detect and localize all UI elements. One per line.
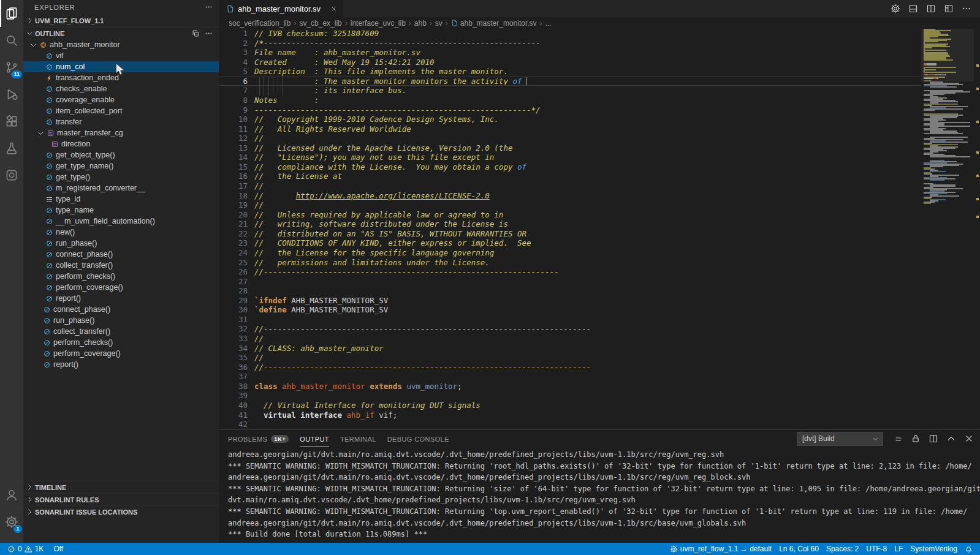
lines-icon[interactable] — [895, 435, 903, 443]
status-item-eol[interactable]: LF — [891, 543, 906, 555]
breadcrumb-item[interactable]: ahb — [414, 19, 427, 28]
activity-item-account[interactable] — [0, 481, 23, 508]
code-line-39[interactable]: 39 — [219, 391, 980, 401]
outline-item-coverage_enable[interactable]: coverage_enable — [23, 94, 219, 105]
outline-item-perform_coverage[interactable]: perform_coverage() — [23, 282, 219, 293]
code-line-19[interactable]: 19// — [219, 200, 980, 210]
panel-tab-problems[interactable]: PROBLEMS1K+ — [228, 430, 289, 447]
code-line-11[interactable]: 11// All Rights Reserved Worldwide — [219, 124, 980, 134]
tab-close-icon[interactable] — [330, 6, 337, 12]
code-line-14[interactable]: 14// "License"); you may not use this fi… — [219, 153, 980, 162]
breadcrumb-item[interactable]: soc_verification_lib — [229, 19, 291, 28]
lock-icon[interactable] — [911, 434, 921, 444]
minimap[interactable] — [921, 29, 980, 429]
outline-item-get_type[interactable]: get_type() — [23, 172, 219, 183]
code-line-28[interactable]: 28 — [219, 286, 980, 296]
code-line-24[interactable]: 24// the License for the specific langua… — [219, 248, 980, 258]
status-item-indentation[interactable]: Spaces: 2 — [822, 543, 862, 555]
output-content[interactable]: andreea.georgian/git/dvt.main/ro.amiq.dv… — [219, 447, 980, 543]
outline-item-master_transfer_cg[interactable]: master_transfer_cg — [23, 127, 219, 138]
more-icon[interactable] — [962, 4, 971, 13]
code-line-5[interactable]: 5Description : This file implements the … — [219, 67, 980, 77]
dvt-off-toggle[interactable]: Off — [47, 543, 67, 555]
breadcrumb-item[interactable]: sv_cb_ex_lib — [299, 19, 341, 28]
outline-item-connect_phase[interactable]: connect_phase() — [23, 304, 219, 315]
code-line-36[interactable]: 36//------------------------------------… — [219, 363, 980, 372]
code-line-23[interactable]: 23// CONDITIONS OF ANY KIND, either expr… — [219, 238, 980, 248]
code-line-22[interactable]: 22// distributed on an "AS IS" BASIS, WI… — [219, 229, 980, 239]
breadcrumb-item[interactable]: ahb_master_monitor.sv — [451, 19, 537, 28]
outline-section-header[interactable]: OUTLINE — [23, 27, 219, 39]
outline-item-report[interactable]: report() — [23, 359, 219, 370]
chevron-up-icon[interactable] — [946, 434, 956, 444]
outline-item-vif[interactable]: vif — [23, 50, 219, 61]
activity-item-source-control[interactable]: 11 — [0, 54, 23, 81]
code-line-27[interactable]: 27 — [219, 277, 980, 287]
code-line-10[interactable]: 10// Copyright 1999-2010 Cadence Design … — [219, 115, 980, 124]
code-editor[interactable]: 1// IVB checksum: 32518076092/*---------… — [219, 29, 980, 429]
code-line-1[interactable]: 1// IVB checksum: 3251807609 — [219, 29, 980, 39]
section-sonarlint-issue-locations[interactable]: SONARLINT ISSUE LOCATIONS — [23, 505, 219, 518]
outline-item-type_name[interactable]: type_name — [23, 205, 219, 216]
split-editor-icon[interactable] — [929, 434, 938, 444]
code-line-4[interactable]: 4Created : Wed May 19 15:42:21 2010 — [219, 58, 980, 67]
status-item-language-mode[interactable]: SystemVerilog — [906, 543, 961, 555]
outline-item-perform_checks[interactable]: perform_checks() — [23, 271, 219, 282]
outline-item-connect_phase[interactable]: connect_phase() — [23, 249, 219, 260]
code-line-2[interactable]: 2/*-------------------------------------… — [219, 39, 980, 48]
status-item-cursor-position[interactable]: Ln 6, Col 60 — [775, 543, 822, 555]
code-line-32[interactable]: 32//------------------------------------… — [219, 324, 980, 334]
outline-item-m_registered_converter__[interactable]: m_registered_converter__ — [23, 183, 219, 194]
outline-item-transaction_ended[interactable]: transaction_ended — [23, 72, 219, 83]
activity-item-verification[interactable] — [0, 162, 23, 189]
problems-status[interactable]: 0 1K — [4, 543, 47, 555]
code-line-31[interactable]: 31 — [219, 315, 980, 325]
toggle-panel-icon[interactable] — [908, 4, 918, 13]
code-line-9[interactable]: 9---------------------------------------… — [219, 105, 980, 115]
status-item-compile-config[interactable]: uvm_ref_flow_1.1 → default — [666, 543, 775, 555]
more-icon[interactable] — [205, 29, 213, 37]
code-line-12[interactable]: 12// — [219, 134, 980, 143]
code-line-33[interactable]: 33// — [219, 334, 980, 344]
activity-item-run-debug[interactable] — [0, 81, 23, 108]
code-line-7[interactable]: 7 : its interface bus. — [219, 86, 980, 96]
sidebar-more-actions-icon[interactable] — [205, 3, 213, 11]
outline-item-transfer[interactable]: transfer — [23, 116, 219, 127]
panel-tab-terminal[interactable]: TERMINAL — [340, 430, 376, 447]
code-line-21[interactable]: 21// writing, software distributed under… — [219, 219, 980, 229]
outline-item-type_id[interactable]: type_id — [23, 194, 219, 205]
activity-item-extensions[interactable] — [0, 108, 23, 135]
code-line-17[interactable]: 17// — [219, 181, 980, 191]
outline-item-num_col[interactable]: num_col — [23, 61, 219, 72]
gear-icon[interactable] — [891, 4, 900, 13]
output-channel-select[interactable]: [dvt] Build — [797, 432, 883, 446]
code-line-26[interactable]: 26//------------------------------------… — [219, 267, 980, 277]
outline-item-item_collected_port[interactable]: item_collected_port — [23, 105, 219, 116]
code-line-40[interactable]: 40 // Virtual Interface for monitoring D… — [219, 401, 980, 410]
code-line-35[interactable]: 35// — [219, 353, 980, 363]
code-line-16[interactable]: 16// the License at — [219, 172, 980, 181]
breadcrumb-item[interactable]: ... — [545, 19, 552, 28]
code-line-37[interactable]: 37 — [219, 372, 980, 382]
collapse-all-icon[interactable] — [192, 29, 200, 37]
workspace-section-header[interactable]: UVM_REF_FLOW_1.1 — [23, 14, 219, 27]
outline-item-new[interactable]: new() — [23, 227, 219, 238]
outline-item-__m_uvm_field_automation[interactable]: __m_uvm_field_automation() — [23, 216, 219, 227]
outline-item-collect_transfer[interactable]: collect_transfer() — [23, 326, 219, 337]
outline-item-direction[interactable]: direction — [23, 138, 219, 149]
split-editor-icon[interactable] — [926, 4, 936, 13]
outline-item-get_object_type[interactable]: get_object_type() — [23, 149, 219, 160]
code-line-6[interactable]: 6 : The master monitor monitors the acti… — [219, 77, 980, 86]
activity-item-explorer[interactable] — [0, 0, 23, 27]
close-icon[interactable] — [964, 434, 974, 444]
code-line-41[interactable]: 41 virtual interface ahb_if vif; — [219, 410, 980, 420]
code-line-38[interactable]: 38class ahb_master_monitor extends uvm_m… — [219, 382, 980, 391]
breadcrumb-item[interactable]: interface_uvc_lib — [351, 19, 406, 28]
panel-tab-output[interactable]: OUTPUT — [300, 430, 329, 447]
outline-item-collect_transfer[interactable]: collect_transfer() — [23, 260, 219, 271]
panel-tab-debug-console[interactable]: DEBUG CONSOLE — [387, 430, 449, 447]
outline-item-ahb_master_monitor[interactable]: ahb_master_monitor — [23, 39, 219, 50]
code-line-15[interactable]: 15// compliance with the License. You ma… — [219, 162, 980, 172]
activity-item-settings[interactable]: 1 — [0, 508, 23, 535]
section-timeline[interactable]: TIMELINE — [23, 481, 219, 493]
